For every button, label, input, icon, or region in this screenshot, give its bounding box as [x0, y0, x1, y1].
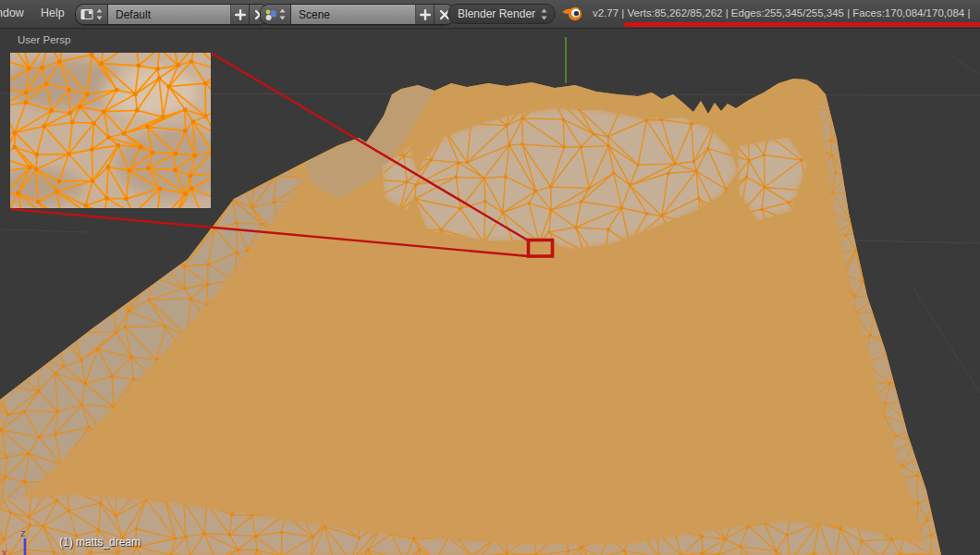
scene-selector: Scene: [260, 4, 455, 25]
blender-window: User Persp (1) matts_dream z x y ndow He…: [0, 0, 980, 555]
axis-x-label: x: [2, 547, 7, 555]
add-scene-button[interactable]: [416, 5, 435, 24]
layout-name-field[interactable]: Default: [108, 5, 231, 24]
mini-axis-gizmo: z x y: [0, 490, 65, 555]
plus-icon: [420, 9, 431, 20]
scene-icon: [264, 8, 277, 21]
axis-z-label: z: [20, 527, 26, 538]
blender-logo-icon: [560, 4, 584, 24]
menu-window[interactable]: ndow: [0, 0, 24, 28]
render-engine-select[interactable]: Blender Render: [447, 4, 556, 24]
scene-name-field[interactable]: Scene: [291, 5, 416, 24]
screen-layout-icon: [80, 8, 93, 20]
plus-icon: [235, 9, 246, 20]
screen-layout-selector: Default: [75, 4, 270, 25]
updown-arrows-icon: [95, 7, 104, 21]
3d-viewport[interactable]: User Persp (1) matts_dream z x y: [0, 28, 980, 555]
object-info-label: (1) matts_dream: [59, 536, 141, 549]
updown-arrows-icon: [540, 7, 548, 21]
view-name-label: User Persp: [18, 34, 71, 45]
stats-underline-annotation: [624, 22, 980, 27]
zoom-inset-mesh-image: [10, 53, 211, 208]
updown-arrows-icon: [278, 7, 287, 21]
info-header-bar: ndow Help Default: [0, 0, 980, 29]
editor-type-button[interactable]: [76, 5, 108, 24]
scene-browse-button[interactable]: [261, 5, 291, 24]
add-layout-button[interactable]: [231, 5, 250, 24]
zoom-inset-annotation: [10, 53, 211, 208]
menu-help[interactable]: Help: [41, 0, 65, 28]
